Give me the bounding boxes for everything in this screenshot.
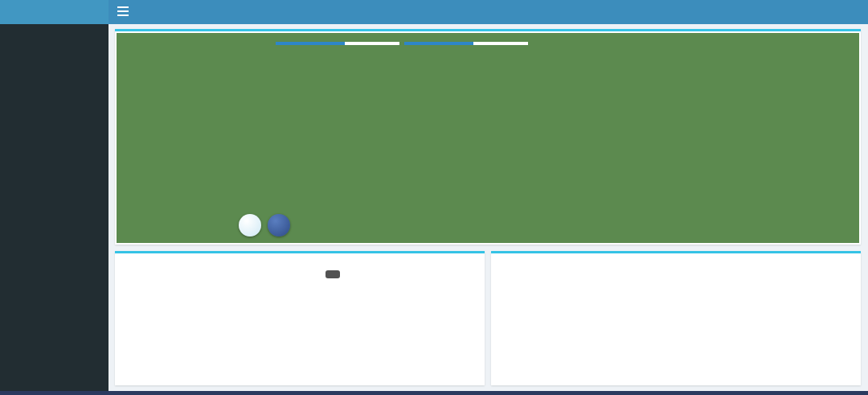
rotate-view-icon[interactable]	[239, 214, 261, 237]
elevation-panel	[491, 251, 861, 385]
traffic-volume-label	[276, 42, 345, 45]
top-header	[0, 0, 868, 24]
overweight-label	[404, 42, 473, 45]
sidebar	[0, 24, 108, 391]
sidebar-menu	[0, 24, 108, 27]
chart-tooltip	[326, 270, 340, 278]
bridge-3d-view[interactable]	[117, 33, 859, 243]
scene-info-bar	[117, 35, 859, 52]
charts-row	[115, 251, 861, 385]
cable-force-panel	[115, 251, 485, 385]
traffic-stats	[276, 42, 533, 45]
bridge-3d-panel	[115, 29, 861, 245]
scene-round-buttons	[239, 214, 290, 237]
main-content	[108, 24, 868, 391]
cable-force-legend	[115, 258, 485, 270]
traffic-volume-value	[345, 42, 399, 45]
bridge-scene	[117, 33, 859, 243]
footer-bar	[0, 391, 868, 395]
overweight-value	[473, 42, 528, 45]
facebook-icon[interactable]	[268, 214, 290, 237]
page-title	[0, 0, 868, 24]
scene-toolbar-area	[117, 212, 859, 237]
elevation-legend	[491, 258, 861, 270]
